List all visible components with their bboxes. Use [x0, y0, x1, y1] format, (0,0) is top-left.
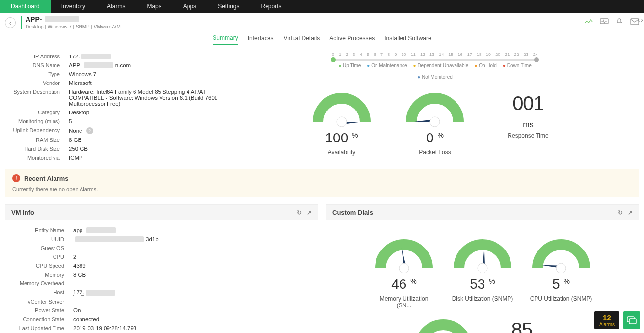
gauge-cpu-utilization-viweb-: 11 % CPU Utilization (VIWeb...: [411, 319, 475, 333]
prop-label: Memory: [9, 272, 73, 278]
recent-alarms-panel: ! Recent Alarms Currently there are no o…: [5, 169, 639, 197]
prop-label: DNS Name: [5, 62, 69, 68]
prop-value: connected: [73, 316, 314, 322]
prop-value: 8 GB: [73, 272, 314, 278]
expand-icon[interactable]: ↗: [628, 209, 633, 216]
prop-row: CPU2: [9, 252, 314, 261]
prop-label: Vendor: [5, 80, 69, 86]
nav-maps[interactable]: Maps: [136, 0, 172, 13]
chart-icon[interactable]: [584, 18, 593, 27]
prop-text: 172.: [69, 54, 80, 59]
nav-settings[interactable]: Settings: [207, 0, 250, 13]
bell-icon[interactable]: [616, 18, 623, 28]
prop-row: DNS NameAPP-n.com: [5, 61, 221, 70]
prop-value: 8 GB: [69, 137, 221, 143]
timeline-legend: Up Time On Maintenance Dependent Unavail…: [332, 63, 538, 80]
monitor-icon[interactable]: [600, 18, 609, 27]
prop-value: APP-n.com: [69, 62, 221, 68]
timeline-tick: 23: [524, 52, 529, 57]
refresh-icon[interactable]: ↻: [297, 209, 302, 216]
prop-row: Memory Overhead: [9, 279, 314, 288]
prop-label: Guest OS: [9, 245, 73, 251]
svg-point-7: [430, 117, 440, 127]
chat-button[interactable]: [623, 311, 640, 329]
prop-text: 250 GB: [69, 146, 88, 152]
svg-point-11: [478, 263, 487, 273]
gauge-packet-loss: 0 % Packet Loss: [403, 92, 467, 156]
alarm-count-badge[interactable]: 12 Alarms: [594, 311, 619, 329]
gauge-disk-i-o-usage-viweb-: 85 kBps Disk I/O Usage (VIWeb...: [490, 319, 554, 333]
tab-interfaces[interactable]: Interfaces: [248, 35, 274, 45]
nav-apps[interactable]: Apps: [172, 0, 207, 13]
gauge-value: 85: [490, 319, 554, 333]
prop-value: Desktop: [69, 110, 221, 115]
nav-dashboard[interactable]: Dashboard: [0, 0, 51, 13]
prop-row: TypeWindows 7: [5, 70, 221, 79]
custom-dials-card: Custom Dials ↻ ↗ 46 % Memory Utilization…: [326, 204, 639, 333]
nav-inventory[interactable]: Inventory: [51, 0, 96, 13]
svg-point-9: [399, 263, 409, 273]
gauge-value: 5 %: [529, 277, 593, 292]
tab-virtual-details[interactable]: Virtual Details: [283, 35, 320, 45]
gauge-response-time: 001 ms Response Time: [496, 92, 560, 156]
svg-line-2: [621, 19, 622, 20]
timeline-tick: 20: [495, 52, 500, 57]
prop-label: IP Address: [5, 54, 69, 59]
prop-label: Memory Overhead: [9, 280, 73, 286]
nav-reports[interactable]: Reports: [250, 0, 292, 13]
top-gauges: 100 % Availability 0 % Packet Loss001 ms…: [231, 92, 639, 156]
nav-alarms[interactable]: Alarms: [96, 0, 136, 13]
prop-row: CategoryDesktop: [5, 108, 221, 117]
svg-point-5: [337, 117, 347, 127]
timeline-tick: 24: [533, 52, 538, 57]
help-icon[interactable]: ?: [86, 127, 93, 134]
timeline-track[interactable]: [332, 59, 538, 61]
prop-text: APP-: [69, 62, 82, 68]
header-nav-arrows[interactable]: ‹ ›: [638, 16, 643, 24]
gauge-label: Disk Utilization (SNMP): [451, 295, 514, 302]
gauge-value: 53 %: [451, 277, 514, 292]
prop-label: Entity Name: [9, 227, 73, 233]
alarms-body: Currently there are no open Alarms.: [12, 186, 632, 192]
gauge-value: 100 %: [310, 130, 374, 146]
prop-row: Monitored viaICMP: [5, 153, 221, 162]
prop-label: RAM Size: [5, 137, 69, 143]
custom-dials-title: Custom Dials: [332, 209, 373, 216]
prop-text: connected: [73, 316, 99, 322]
expand-icon[interactable]: ↗: [307, 209, 312, 216]
gauge-value: 001: [496, 92, 560, 114]
tab-active-processes[interactable]: Active Processes: [329, 35, 375, 45]
back-button[interactable]: ‹: [5, 17, 16, 28]
prop-text: Microsoft: [69, 80, 92, 86]
prop-label: Monitoring (mins): [5, 118, 69, 124]
timeline-tick: 21: [505, 52, 510, 57]
chevron-right-icon[interactable]: ›: [641, 16, 643, 24]
alarm-count-number: 12: [599, 313, 615, 322]
tab-summary[interactable]: Summary: [213, 34, 238, 45]
alarm-count-label: Alarms: [599, 322, 615, 327]
top-nav: DashboardInventoryAlarmsMapsAppsSettings…: [0, 0, 644, 13]
timeline-tick: 7: [380, 52, 383, 57]
timeline-tick: 6: [374, 52, 376, 57]
prop-value: [73, 245, 314, 251]
refresh-icon[interactable]: ↻: [618, 209, 623, 216]
prop-label: vCenter Server: [9, 299, 73, 305]
prop-row: Uplink DependencyNone?: [5, 126, 221, 136]
prop-label: Category: [5, 110, 69, 115]
prop-row: CPU Speed4389: [9, 261, 314, 270]
prop-label: Type: [5, 71, 69, 77]
page-title: APP-: [26, 15, 121, 23]
svg-rect-17: [629, 319, 636, 324]
vm-info-properties: Entity Nameapp-UUID3d1bGuest OSCPU2CPU S…: [9, 226, 314, 333]
prop-value: On: [73, 307, 314, 313]
prop-label: UUID: [9, 236, 73, 242]
legend-maintenance: On Maintenance: [367, 63, 407, 68]
prop-label: Uplink Dependency: [5, 127, 69, 134]
tab-installed-software[interactable]: Installed Software: [384, 35, 431, 45]
chevron-left-icon[interactable]: ‹: [638, 16, 640, 24]
prop-text: On: [73, 307, 80, 313]
prop-text: 8 GB: [73, 272, 86, 278]
prop-link[interactable]: 172.: [73, 289, 84, 296]
prop-label: CPU Speed: [9, 263, 73, 269]
custom-gauges-row1: 46 % Memory Utilization (SN... 53 % Disk…: [330, 239, 635, 309]
